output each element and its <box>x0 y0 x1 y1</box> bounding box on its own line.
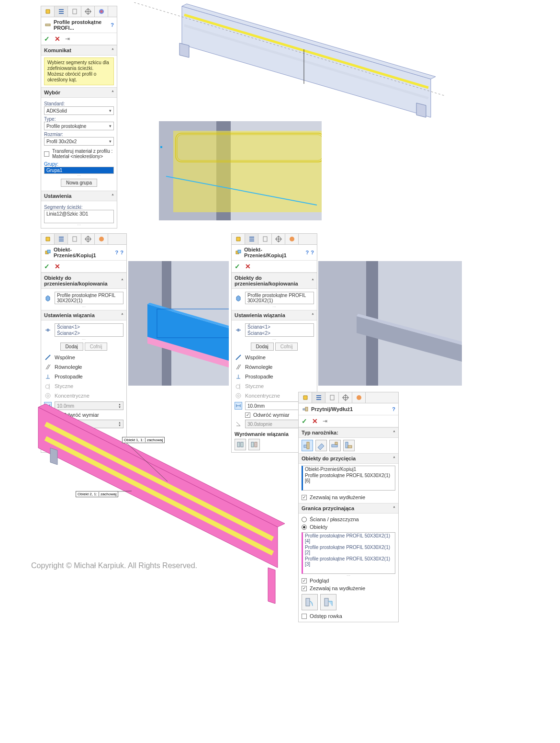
standard-dropdown[interactable]: ADKSolid▾ <box>44 106 114 115</box>
face-item[interactable]: Ściana<2> <box>246 330 314 336</box>
tab-feature-icon[interactable] <box>232 234 245 244</box>
ok-button[interactable]: ✓ <box>44 35 50 43</box>
resize-grip-icon[interactable]: ⋯ <box>235 338 314 341</box>
concentric-icon[interactable] <box>235 392 242 400</box>
help-icon[interactable]: ? <box>392 406 395 412</box>
tab-properties-icon[interactable] <box>55 6 68 17</box>
pushpin-icon[interactable]: ⇥ <box>323 418 327 424</box>
tab-appearance-icon[interactable] <box>95 6 108 17</box>
weld-gap-option2-button[interactable] <box>320 594 336 610</box>
boundary-bodies-listbox[interactable]: Profile prostokątne PROFIL 50X30X2(1)[4]… <box>302 532 395 574</box>
resize-grip-icon[interactable]: ⋯ <box>44 338 123 341</box>
group-item[interactable]: Grupa1 <box>45 167 113 173</box>
body-item[interactable]: Profile prostokątne PROFIL 30X20X2(1) <box>246 292 314 304</box>
bodies-listbox[interactable]: Profile prostokątne PROFIL 30X20X2(1) <box>55 292 123 304</box>
undo-mate-button[interactable]: Cofnij <box>85 343 108 351</box>
new-group-button[interactable]: Nowa grupa <box>61 179 97 187</box>
body-item[interactable]: Profile prostokątne PROFIL 50X30X2(1)[6] <box>303 472 395 484</box>
tab-appearance-icon[interactable] <box>285 234 299 244</box>
resize-grip-icon[interactable]: ⋯ <box>235 305 314 308</box>
body-item[interactable]: Obiekt-Przenieś/Kopiuj1 <box>303 466 395 472</box>
tangent-icon[interactable] <box>235 382 242 390</box>
collapse-icon[interactable]: ˄ <box>312 313 314 318</box>
mate-faces-listbox[interactable]: Ściana<1> Ściana<2> <box>245 323 314 337</box>
coincident-icon[interactable] <box>235 354 242 361</box>
collapse-icon[interactable]: ˄ <box>393 506 395 511</box>
pushpin-icon[interactable]: ⇥ <box>65 35 70 42</box>
concentric-icon[interactable] <box>44 392 52 400</box>
ok-button[interactable]: ✓ <box>302 417 307 425</box>
corner-type-end-trim-button[interactable] <box>302 440 313 451</box>
collapse-icon[interactable]: ˄ <box>393 430 395 435</box>
trim-bodies-listbox[interactable]: Obiekt-Przenieś/Kopiuj1 Profile prostoką… <box>302 466 395 491</box>
undo-mate-button[interactable]: Cofnij <box>275 343 298 351</box>
tab-appearance-icon[interactable] <box>95 234 108 244</box>
boundary-face-radio[interactable] <box>302 517 307 522</box>
viewport-3d-2[interactable] <box>159 121 322 220</box>
cancel-button[interactable]: ✕ <box>55 263 60 270</box>
resize-grip-icon[interactable]: ⋯ <box>44 174 114 177</box>
tab-properties-icon[interactable] <box>245 234 258 244</box>
boundary-item[interactable]: Profile prostokątne PROFIL 50X30X2(1)[2] <box>303 544 395 556</box>
add-mate-button[interactable]: Dodaj <box>251 343 274 351</box>
parallel-icon[interactable] <box>235 363 242 371</box>
face-item[interactable]: Ściana<1> <box>246 324 314 330</box>
tab-feature-icon[interactable] <box>41 6 55 17</box>
tab-config-icon[interactable] <box>325 392 339 403</box>
corner-type-end-miter-button[interactable] <box>315 440 327 451</box>
help-icon[interactable]: ? <box>111 22 114 28</box>
perpendicular-icon[interactable] <box>235 373 242 380</box>
add-mate-button[interactable]: Dodaj <box>60 343 83 351</box>
viewport-3d-4[interactable] <box>318 261 462 386</box>
collapse-icon[interactable]: ˄ <box>393 456 395 461</box>
parallel-icon[interactable] <box>44 363 52 371</box>
collapse-icon[interactable]: ˄ <box>112 90 114 95</box>
help-icon[interactable]: ? <box>311 250 314 255</box>
cancel-button[interactable]: ✕ <box>312 417 318 425</box>
collapse-icon[interactable]: ˄ <box>121 313 123 318</box>
type-dropdown[interactable]: Profile prostokątne▾ <box>44 122 114 130</box>
collapse-icon[interactable]: ˄ <box>112 48 114 53</box>
coincident-icon[interactable] <box>44 354 52 361</box>
tab-feature-icon[interactable] <box>41 234 55 244</box>
resize-grip-icon[interactable]: ⋯ <box>44 305 123 308</box>
boundary-item[interactable]: Profile prostokątne PROFIL 50X30X2(1)[4] <box>303 533 395 544</box>
corner-type-end-butt1-button[interactable] <box>329 440 341 451</box>
tab-config-icon[interactable] <box>68 234 81 244</box>
tab-appearance-icon[interactable] <box>352 392 366 403</box>
tab-target-icon[interactable] <box>272 234 285 244</box>
size-dropdown[interactable]: Profil 30x20x2▾ <box>44 137 114 146</box>
cancel-button[interactable]: ✕ <box>245 263 251 270</box>
viewport-3d-1[interactable] <box>134 2 445 122</box>
resize-grip-icon[interactable]: ⋯ <box>44 223 114 226</box>
boundary-item[interactable]: Profile prostokątne PROFIL 50X30X2(1)[3] <box>303 556 395 567</box>
cancel-button[interactable]: ✕ <box>55 35 60 43</box>
tab-config-icon[interactable] <box>68 6 81 17</box>
body-item[interactable]: Profile prostokątne PROFIL 30X20X2(1) <box>55 292 123 304</box>
tab-properties-icon[interactable] <box>312 392 325 403</box>
allow-extend2-checkbox[interactable]: ✓ <box>302 586 307 591</box>
weld-gap-checkbox[interactable] <box>302 614 307 619</box>
ok-button[interactable]: ✓ <box>235 263 240 270</box>
detailed-help-icon[interactable]: ? <box>306 250 309 255</box>
tab-target-icon[interactable] <box>81 234 95 244</box>
preview-checkbox[interactable]: ✓ <box>302 578 307 583</box>
viewport-3d-5[interactable] <box>24 402 294 608</box>
detailed-help-icon[interactable]: ? <box>115 250 119 255</box>
tangent-icon[interactable] <box>44 382 52 390</box>
tab-properties-icon[interactable] <box>55 234 68 244</box>
tab-target-icon[interactable] <box>81 6 95 17</box>
ok-button[interactable]: ✓ <box>44 263 50 270</box>
boundary-bodies-radio[interactable] <box>302 525 307 530</box>
face-item[interactable]: Ściana<2> <box>55 330 123 336</box>
collapse-icon[interactable]: ˄ <box>121 278 123 284</box>
mate-faces-listbox[interactable]: Ściana<1> Ściana<2> <box>55 323 123 337</box>
segments-listbox[interactable]: Linia12@Szkic 3D1 <box>44 210 114 223</box>
corner-type-end-butt2-button[interactable] <box>343 440 355 451</box>
bodies-listbox[interactable]: Profile prostokątne PROFIL 30X20X2(1) <box>245 292 314 304</box>
transfer-material-checkbox[interactable] <box>44 151 49 157</box>
tab-config-icon[interactable] <box>258 234 272 244</box>
allow-extend-checkbox[interactable]: ✓ <box>302 495 307 500</box>
collapse-icon[interactable]: ˄ <box>112 194 114 199</box>
tab-feature-icon[interactable] <box>299 392 312 403</box>
